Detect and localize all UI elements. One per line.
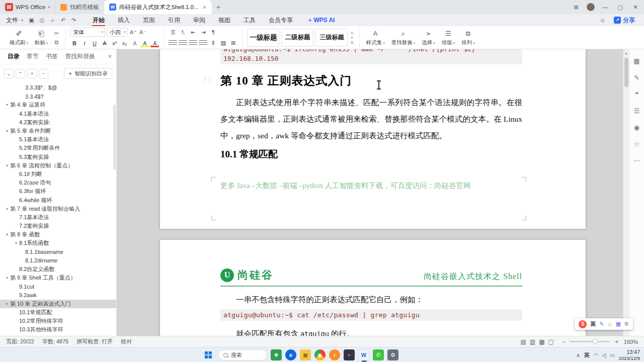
arrange-button[interactable]: ⧉ 排列 bbox=[459, 28, 476, 47]
toc-nav-button[interactable]: ⌄ bbox=[4, 69, 14, 78]
toc-item[interactable]: 第 8 章 函数 bbox=[0, 230, 116, 239]
side-more-icon[interactable]: ⋯ bbox=[632, 156, 641, 165]
font-size-input[interactable] bbox=[110, 29, 123, 35]
taskbar-file-explorer-icon[interactable]: ▣ bbox=[300, 349, 311, 360]
scroll-up-icon[interactable]: ▲ bbox=[624, 49, 628, 55]
maximize-button[interactable]: ▢ bbox=[613, 0, 628, 14]
menu-tab[interactable]: 页面 bbox=[136, 14, 162, 26]
strikethrough-button[interactable]: A bbox=[100, 39, 109, 47]
side-toolbox-icon[interactable]: ▦ bbox=[632, 56, 641, 65]
taskbar-chrome-icon[interactable]: ◉ bbox=[314, 349, 326, 360]
taskbar-edge-icon[interactable]: e bbox=[285, 349, 296, 360]
zoom-slider[interactable] bbox=[570, 341, 610, 342]
decrease-font-icon[interactable]: A⁻ bbox=[138, 29, 146, 36]
new-tab-button[interactable]: ＋ bbox=[212, 3, 225, 12]
clear-format-button[interactable]: A bbox=[130, 39, 139, 47]
toc-item[interactable]: 3.3.3$*、$@ bbox=[0, 83, 116, 92]
smart-toc-button[interactable]: ✦ 智能识别目录 bbox=[64, 68, 112, 79]
web-view-icon[interactable]: ▥ bbox=[530, 338, 535, 345]
sogou-toolbox-icon[interactable]: ⚙ bbox=[624, 321, 629, 327]
menu-tab[interactable]: 审阅 bbox=[187, 14, 212, 26]
close-button[interactable]: ✕ bbox=[628, 0, 643, 14]
tray-expand-icon[interactable]: ∧ bbox=[577, 352, 580, 358]
align-center-button[interactable] bbox=[179, 40, 187, 45]
pane-tab[interactable]: 章节 bbox=[23, 52, 42, 61]
document-page-1[interactable]: atguigu@ubuntu:~$ ifconfig ens33 | awk -… bbox=[160, 49, 586, 229]
toc-item[interactable]: 8.1系统函数 bbox=[0, 239, 116, 247]
font-size-select[interactable] bbox=[107, 28, 128, 37]
document-canvas[interactable]: atguigu@ubuntu:~$ ifconfig ens33 | awk -… bbox=[117, 49, 629, 336]
avatar[interactable] bbox=[586, 3, 595, 12]
side-comment-icon[interactable]: ❝ bbox=[632, 89, 641, 99]
borders-button[interactable]: ⊞ bbox=[229, 39, 237, 47]
cut-icon[interactable]: ✂ bbox=[52, 30, 60, 37]
styles-set-button[interactable]: A 样式集 bbox=[364, 28, 387, 47]
quick-access-icon[interactable]: ↷ bbox=[68, 17, 79, 24]
align-right-button[interactable] bbox=[189, 40, 197, 45]
toc-item[interactable]: 6.3for 循环 bbox=[0, 187, 116, 196]
outdent-button[interactable]: ⇤ bbox=[189, 28, 197, 37]
superscript-button[interactable]: x² bbox=[110, 39, 119, 47]
file-menu[interactable]: 文件 bbox=[4, 16, 21, 25]
pane-tab[interactable]: 目录 bbox=[4, 52, 23, 61]
paste-button[interactable]: ⎗ 粘贴 bbox=[33, 28, 50, 47]
side-outline-icon[interactable]: ☰ bbox=[632, 106, 641, 115]
menu-tab[interactable]: 会员专享 bbox=[262, 14, 299, 26]
sogou-skin-icon[interactable]: ▦ bbox=[616, 321, 621, 327]
taskbar-settings-icon[interactable]: ⚙ bbox=[387, 349, 398, 360]
proofread-button[interactable]: 校对 bbox=[121, 338, 132, 345]
word-count[interactable]: 字数: 4875 bbox=[42, 338, 69, 345]
quick-access-icon[interactable]: ⎙ bbox=[37, 17, 47, 24]
zoom-slider-knob[interactable] bbox=[593, 339, 598, 344]
taskbar-desktop-app-icon[interactable]: ❖ bbox=[271, 349, 282, 360]
toc-item[interactable]: 6.4while 循环 bbox=[0, 196, 116, 204]
drag-handle-icon[interactable]: ⋮⋮ bbox=[202, 76, 211, 82]
toc-item[interactable]: 5.3案例实操 bbox=[0, 153, 116, 161]
tab-close-icon[interactable]: ✕ bbox=[203, 5, 207, 10]
toc-nav-button[interactable]: ⌃ bbox=[16, 69, 25, 78]
italic-button[interactable]: I bbox=[80, 39, 89, 47]
toc-item[interactable]: 第 6 章 流程控制（重点） bbox=[0, 161, 116, 170]
toc-item[interactable]: 第 5 章 条件判断 bbox=[0, 127, 116, 135]
side-edit-icon[interactable]: ✎ bbox=[632, 73, 641, 82]
quick-access-icon[interactable]: ↶ bbox=[58, 17, 68, 24]
gallery-more-icon[interactable]: ☰ bbox=[350, 41, 353, 45]
font-name-input[interactable] bbox=[73, 29, 100, 35]
toc-item[interactable]: 7.1基本语法 bbox=[0, 213, 116, 222]
justify-button[interactable] bbox=[199, 40, 207, 45]
toc-item[interactable]: 10.3其他特殊字符 bbox=[0, 325, 116, 334]
subscript-button[interactable]: x₂ bbox=[120, 39, 129, 47]
formatting-marks-button[interactable]: ¶ bbox=[209, 28, 217, 37]
toc-item[interactable]: 10.2常用特殊字符 bbox=[0, 317, 116, 325]
minimize-button[interactable]: — bbox=[598, 0, 613, 14]
copy-icon[interactable]: ⧉ bbox=[52, 39, 60, 46]
indent-button[interactable]: ⇥ bbox=[199, 28, 207, 37]
align-left-button[interactable] bbox=[169, 40, 177, 45]
side-stamp-icon[interactable]: ◉ bbox=[632, 123, 641, 132]
shading-button[interactable]: ▨ bbox=[219, 39, 227, 47]
pane-tab[interactable]: 书签 bbox=[42, 52, 61, 61]
typeset-button[interactable]: ☰ 排版 bbox=[440, 28, 457, 47]
menu-tab[interactable]: 视图 bbox=[212, 14, 237, 26]
zoom-out-icon[interactable]: − bbox=[562, 338, 566, 345]
wifi-icon[interactable]: ◠ bbox=[594, 352, 598, 358]
spell-check-status[interactable]: 拼写检查: 打开 bbox=[76, 338, 113, 345]
taskbar-app-icon[interactable]: ▪ bbox=[344, 349, 355, 360]
format-painter-button[interactable]: ✐ 格式刷 bbox=[8, 28, 30, 47]
ime-mode-toggle[interactable]: 英 bbox=[590, 320, 596, 328]
toc-item[interactable]: 7.2案例实操 bbox=[0, 222, 116, 230]
toc-nav-button[interactable]: − bbox=[39, 69, 48, 78]
sogou-emoji-icon[interactable]: ☺ bbox=[607, 321, 612, 327]
menu-tab[interactable]: 开始 bbox=[86, 14, 111, 26]
toc-item[interactable]: 8.2自定义函数 bbox=[0, 265, 116, 274]
bullet-list-button[interactable]: ☰ bbox=[169, 28, 177, 37]
style-preset[interactable]: 二级标题 bbox=[281, 29, 313, 47]
bold-button[interactable]: B bbox=[70, 39, 78, 47]
toc-nav-button[interactable]: ＋ bbox=[27, 69, 37, 78]
taskbar-firefox-icon[interactable]: ◗ bbox=[329, 349, 340, 360]
tab-docer-templates[interactable]: 找稻壳模板 bbox=[55, 0, 104, 14]
toc-item[interactable]: 第 7 章 read 读取控制台输入 bbox=[0, 205, 116, 213]
volume-icon[interactable]: ◁ bbox=[602, 352, 606, 358]
taskbar-wps-icon[interactable]: W bbox=[358, 349, 369, 360]
toc-item[interactable]: 5.2常用判断条件 bbox=[0, 144, 116, 152]
